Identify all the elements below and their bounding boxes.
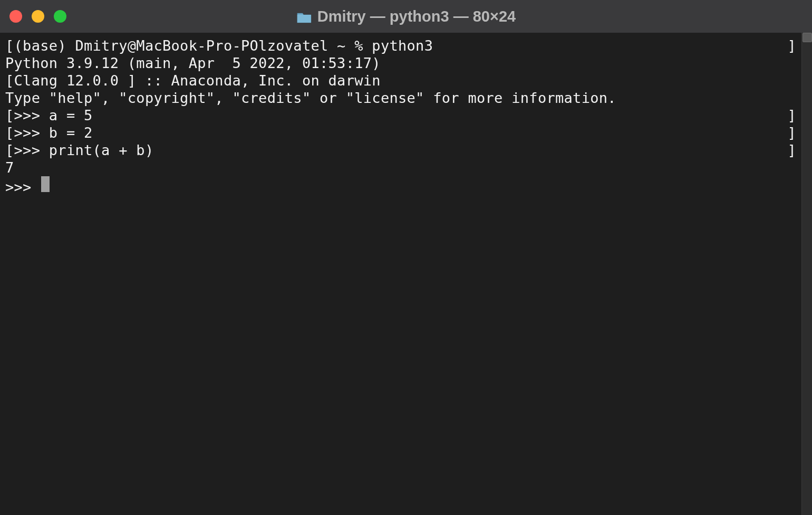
window-controls <box>0 10 66 23</box>
terminal-line: Python 3.9.12 (main, Apr 5 2022, 01:53:1… <box>5 54 796 72</box>
scrollbar[interactable] <box>801 33 812 515</box>
terminal-line: 7 <box>5 159 796 176</box>
prompt-text: >>> <box>5 178 40 196</box>
terminal-text: (base) Dmitry@MacBook-Pro-POlzovatel ~ %… <box>14 37 788 54</box>
terminal-text: >>> a = 5 <box>14 107 788 124</box>
left-bracket: [ <box>5 141 14 159</box>
close-button[interactable] <box>9 10 22 23</box>
content-row: [(base) Dmitry@MacBook-Pro-POlzovatel ~ … <box>0 33 812 515</box>
terminal-line: [>>> b = 2] <box>5 124 796 141</box>
left-bracket: [ <box>5 124 14 141</box>
right-bracket: ] <box>787 124 796 141</box>
minimize-button[interactable] <box>32 10 44 23</box>
terminal-text: [Clang 12.0.0 ] :: Anaconda, Inc. on dar… <box>5 72 796 89</box>
window-title-group: Dmitry — python3 — 80×24 <box>296 8 516 25</box>
terminal-text: >>> b = 2 <box>14 124 788 141</box>
terminal-output[interactable]: [(base) Dmitry@MacBook-Pro-POlzovatel ~ … <box>0 33 801 515</box>
left-bracket: [ <box>5 37 14 54</box>
titlebar[interactable]: Dmitry — python3 — 80×24 <box>0 0 812 33</box>
terminal-prompt-line[interactable]: >>> <box>5 176 796 196</box>
window-title: Dmitry — python3 — 80×24 <box>317 8 516 25</box>
terminal-text: 7 <box>5 159 796 176</box>
left-bracket: [ <box>5 107 14 124</box>
terminal-text: Type "help", "copyright", "credits" or "… <box>5 89 796 107</box>
terminal-line: [>>> a = 5] <box>5 107 796 124</box>
terminal-line: [Clang 12.0.0 ] :: Anaconda, Inc. on dar… <box>5 72 796 89</box>
cursor-icon <box>41 176 50 192</box>
right-bracket: ] <box>787 141 796 159</box>
right-bracket: ] <box>787 107 796 124</box>
folder-icon <box>296 10 312 23</box>
terminal-line: [(base) Dmitry@MacBook-Pro-POlzovatel ~ … <box>5 37 796 54</box>
terminal-window: Dmitry — python3 — 80×24 [(base) Dmitry@… <box>0 0 812 515</box>
terminal-line: Type "help", "copyright", "credits" or "… <box>5 89 796 107</box>
terminal-text: >>> print(a + b) <box>14 141 788 159</box>
terminal-text: Python 3.9.12 (main, Apr 5 2022, 01:53:1… <box>5 54 796 72</box>
maximize-button[interactable] <box>54 10 66 23</box>
scroll-thumb-icon[interactable] <box>803 33 812 42</box>
right-bracket: ] <box>787 37 796 54</box>
terminal-line: [>>> print(a + b)] <box>5 141 796 159</box>
